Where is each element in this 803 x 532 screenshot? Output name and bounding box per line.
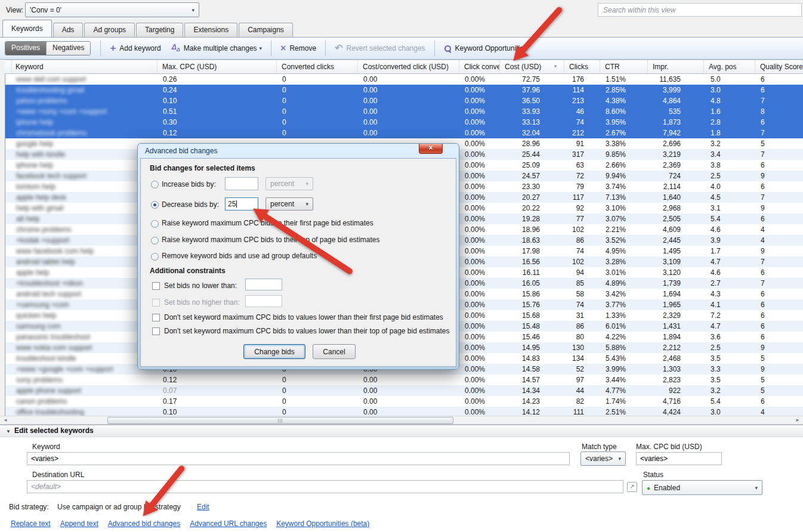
column-header-avg_pos[interactable]: Avg. pos	[704, 60, 755, 73]
scrollbar-thumb[interactable]	[107, 417, 453, 424]
no-lower-checkbox[interactable]	[152, 282, 160, 290]
cancel-button[interactable]: Cancel	[313, 344, 356, 359]
negatives-button[interactable]: Negatives	[46, 42, 90, 55]
increase-bids-label: Increase bids by:	[162, 180, 216, 188]
cell-click_conv: 0.00%	[460, 214, 501, 224]
keyword-field[interactable]	[27, 452, 570, 465]
search-input[interactable]	[598, 3, 802, 17]
cell-clicks: 82	[565, 396, 601, 407]
toolbar-separator	[271, 41, 271, 56]
link-advanced-url-changes[interactable]: Advanced URL changes	[190, 519, 267, 528]
scroll-right-button[interactable]: ►	[793, 417, 802, 424]
table-row[interactable]: www dell com support0.2600.000.00%72.751…	[5, 74, 803, 85]
cell-quality: 9	[756, 342, 803, 353]
tab-ad-groups[interactable]: Ad groups	[84, 23, 135, 37]
table-row[interactable]: sony problems0.1200.000.00%14.57973.44%2…	[5, 375, 803, 385]
column-header-cost[interactable]: Cost (USD)▼	[500, 60, 564, 73]
decrease-unit-dropdown[interactable]: percent ▾	[265, 197, 313, 211]
tab-extensions[interactable]: Extensions	[184, 23, 237, 37]
column-header-cost_conv[interactable]: Cost/converted click (USD)	[358, 60, 459, 73]
bid-strategy-edit-link[interactable]: Edit	[197, 503, 209, 511]
row-gutter	[5, 299, 13, 310]
row-gutter	[5, 407, 13, 416]
status-dropdown[interactable]: ●Enabled ▾	[642, 480, 762, 495]
keyword-text-blurred: office troubleshooting	[16, 408, 84, 416]
table-row[interactable]: iphone help0.3000.000.00%33.13743.95%1,8…	[5, 117, 803, 128]
link-append-text[interactable]: Append text	[60, 519, 98, 528]
keyword-opportunities-button[interactable]: Keyword Opportunities	[438, 39, 533, 57]
link-replace-text[interactable]: Replace text	[11, 519, 51, 528]
dont-lower-top-page-checkbox[interactable]	[152, 327, 160, 335]
max-cpc-bid-field[interactable]	[636, 452, 722, 465]
table-row[interactable]: yahoo problems0.1000.000.00%36.502134.38…	[5, 95, 803, 106]
cell-cost: 15.76	[501, 299, 565, 310]
scroll-left-button[interactable]: ◄	[1, 417, 10, 424]
edit-selected-keywords-panel: ▼Edit selected keywords Keyword Match ty…	[0, 425, 803, 532]
make-multiple-changes-button[interactable]: ΔΔ Make multiple changes ▾	[166, 39, 267, 57]
edit-panel-header[interactable]: ▼Edit selected keywords	[0, 425, 803, 437]
cell-ctr: 9.94%	[601, 171, 648, 181]
cell-clicks: 72	[565, 171, 601, 181]
cell-clicks: 212	[565, 128, 601, 138]
decrease-bids-input[interactable]: 25	[225, 197, 258, 211]
cell-clicks: 117	[565, 192, 601, 203]
increase-bids-radio[interactable]	[151, 181, 159, 188]
column-header-ctr[interactable]: CTR	[600, 60, 648, 73]
cell-quality: 6	[756, 214, 803, 224]
column-header-clicks[interactable]: Clicks	[564, 60, 600, 73]
remove-bids-radio[interactable]	[151, 253, 159, 261]
cell-keyword: yahoo problems	[13, 95, 158, 106]
table-row[interactable]: chromebook problems0.1200.000.00%32.0421…	[5, 128, 803, 138]
edit-panel-title: Edit selected keywords	[14, 426, 94, 435]
column-header-click_conv[interactable]: Click conver...	[459, 60, 500, 73]
cell-quality: 9	[756, 203, 803, 214]
view-dropdown[interactable]: 'Conv = 0' ▾	[25, 2, 199, 17]
raise-top-page-label: Raise keyword maximum CPC bids to their …	[162, 236, 380, 244]
change-bids-button[interactable]: Change bids	[243, 344, 305, 359]
cell-avg_pos: 4.7	[705, 256, 756, 267]
open-url-icon[interactable]: ↗	[627, 482, 637, 492]
cell-click_conv: 0.00%	[460, 181, 501, 192]
add-keyword-button[interactable]: + Add keyword	[104, 39, 166, 57]
tab-targeting[interactable]: Targeting	[136, 23, 183, 37]
remove-button[interactable]: × Remove	[275, 39, 322, 57]
column-header-keyword[interactable]: Keyword	[12, 60, 157, 73]
cell-ctr: 3.07%	[601, 214, 648, 224]
cell-impr: 1,640	[648, 192, 705, 203]
cell-cost: 72.75	[501, 74, 565, 85]
positives-button[interactable]: Positives	[5, 42, 46, 55]
table-row[interactable]: office troubleshooting0.1000.000.00%14.1…	[5, 407, 803, 416]
tab-keywords[interactable]: Keywords	[2, 20, 52, 37]
keyword-text-blurred: canon problems	[16, 397, 67, 406]
cell-conv_clicks: 0	[277, 74, 359, 85]
column-header-conv_clicks[interactable]: Converted clicks	[277, 60, 358, 73]
no-lower-input[interactable]	[245, 279, 282, 290]
cell-avg_pos: 3.0	[705, 85, 756, 95]
cell-click_conv: 0.00%	[460, 332, 501, 342]
dialog-close-button[interactable]: ×	[419, 144, 443, 154]
table-row[interactable]: apple phone support0.0700.000.00%14.3444…	[5, 385, 803, 396]
link-keyword-opportunities-beta-[interactable]: Keyword Opportunities (beta)	[276, 519, 369, 528]
dont-lower-first-page-checkbox[interactable]	[152, 314, 160, 321]
decrease-bids-radio[interactable]	[151, 201, 159, 209]
cell-avg_pos: 3.0	[705, 407, 756, 416]
sort-descending-icon: ▼	[553, 64, 558, 69]
tab-ads[interactable]: Ads	[53, 23, 84, 37]
table-row[interactable]: +www +sony +com +support0.5100.000.00%33…	[5, 106, 803, 117]
cell-max_cpc: 0.30	[158, 117, 277, 128]
destination-url-field[interactable]	[27, 480, 623, 493]
column-header-max_cpc[interactable]: Max. CPC (USD)	[157, 60, 277, 73]
raise-top-page-radio[interactable]	[151, 237, 159, 245]
increase-bids-input[interactable]	[225, 177, 258, 190]
match-type-dropdown[interactable]: <varies> ▾	[580, 451, 626, 466]
column-header-quality[interactable]: Quality Score	[755, 60, 803, 73]
table-row[interactable]: canon problems0.1700.000.00%14.23821.74%…	[5, 396, 803, 407]
link-advanced-bid-changes[interactable]: Advanced bid changes	[108, 519, 180, 528]
horizontal-scrollbar[interactable]: ◄ ►	[0, 416, 803, 425]
column-header-impr[interactable]: Impr.	[648, 60, 704, 73]
cell-avg_pos: 3.5	[705, 375, 756, 385]
table-row[interactable]: troubleshooting gmail0.2400.000.00%37.96…	[5, 85, 803, 95]
tab-campaigns[interactable]: Campaigns	[239, 23, 293, 37]
cell-click_conv: 0.00%	[460, 364, 501, 375]
raise-first-page-radio[interactable]	[151, 220, 159, 228]
